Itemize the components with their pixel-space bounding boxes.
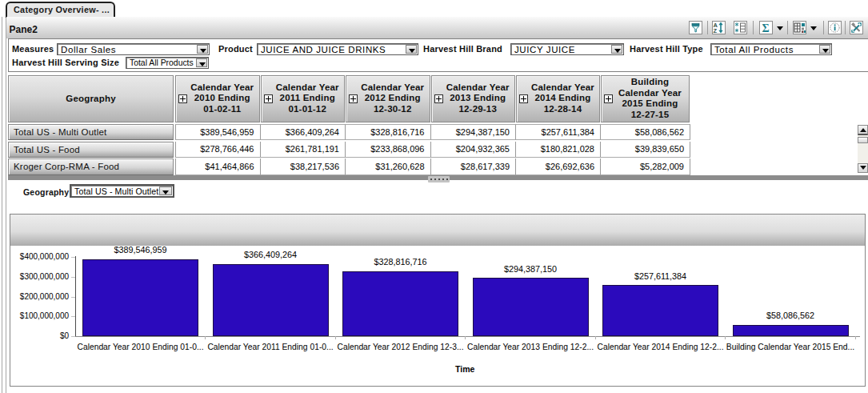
svg-text:Z: Z <box>714 27 718 34</box>
svg-text:Σ: Σ <box>762 22 770 34</box>
